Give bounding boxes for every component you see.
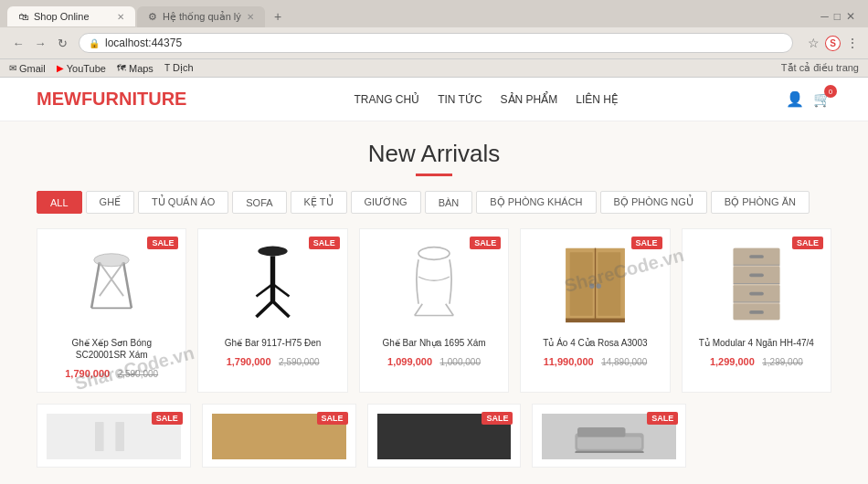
bookmark-translate-label: Dịch: [173, 62, 194, 74]
sale-badge-2: SALE: [309, 237, 340, 249]
svg-rect-35: [95, 422, 104, 451]
browser-minimize-btn[interactable]: ─: [820, 10, 829, 23]
page-content: MEWFURNITURE TRANG CHỦ TIN TỨC SẢN PHẨM …: [0, 78, 868, 484]
cart-icon[interactable]: 🛒 0: [813, 90, 831, 108]
bookmark-maps[interactable]: 🗺 Maps: [117, 63, 153, 74]
browser-close-btn[interactable]: ✕: [846, 10, 855, 23]
price-new-2: 1,790,000: [227, 356, 271, 367]
sale-badge-r2-4: SALE: [647, 412, 678, 425]
tab-favicon: 🛍: [18, 11, 28, 22]
url-text: localhost:44375: [105, 37, 182, 49]
svg-line-1: [91, 262, 100, 308]
nav-home[interactable]: TRANG CHỦ: [354, 93, 419, 106]
price-new-4: 11,990,000: [544, 356, 594, 367]
svg-rect-38: [126, 422, 133, 451]
site-logo: MEWFURNITURE: [37, 89, 186, 110]
svg-rect-34: [749, 310, 764, 314]
product-img-4: [530, 238, 660, 330]
site-header: MEWFURNITURE TRANG CHỦ TIN TỨC SẢN PHẨM …: [0, 78, 868, 121]
logo-mew: MEW: [37, 89, 81, 109]
svg-rect-33: [749, 292, 764, 296]
logo-furniture: FURNITURE: [81, 89, 187, 109]
filter-phong-an[interactable]: BỘ PHÒNG ĂN: [711, 191, 810, 214]
filter-tu-quan-ao[interactable]: TỦ QUẦN ÁO: [138, 191, 228, 214]
product-name-5: Tủ Modular 4 Ngăn HH-47/4: [692, 337, 821, 349]
title-underline: [416, 174, 452, 176]
product-card-4[interactable]: SALE Tủ Áo 4 Cửa Rosa A3003 11,990,000: [520, 228, 670, 393]
forward-btn[interactable]: →: [31, 34, 49, 52]
filter-phong-khach[interactable]: BỘ PHÒNG KHÁCH: [476, 191, 596, 214]
browser-chrome: 🛍 Shop Online ✕ ⚙ Hệ thống quản lý ✕ + ─…: [0, 0, 868, 78]
address-bar: ← → ↻ 🔒 localhost:44375 ☆ S ⋮: [0, 27, 868, 58]
bookmark-youtube-label: YouTube: [67, 63, 106, 74]
nav-products[interactable]: SẢN PHẨM: [501, 93, 558, 106]
svg-line-8: [257, 301, 273, 317]
tab-close-btn2[interactable]: ✕: [247, 12, 254, 22]
price-old-4: 14,890,000: [601, 357, 647, 367]
svg-line-10: [257, 284, 273, 297]
translate-icon: T: [164, 63, 170, 73]
product-img-2: [207, 238, 337, 330]
tab-label2: Hệ thống quản lý: [163, 11, 241, 23]
product-card-r2-1[interactable]: SALE: [37, 404, 191, 468]
filter-ghe[interactable]: GHẾ: [86, 191, 135, 214]
svg-point-20: [589, 284, 595, 289]
user-icon[interactable]: 👤: [786, 90, 804, 108]
bookmark-star-icon[interactable]: ☆: [808, 36, 820, 51]
product-img-1: [47, 238, 176, 330]
bookmark-maps-label: Maps: [129, 63, 153, 74]
product-card-r2-2[interactable]: SALE: [202, 404, 356, 468]
sale-badge-r2-3: SALE: [482, 412, 513, 425]
product-card-r2-3[interactable]: SALE: [367, 404, 522, 468]
url-input[interactable]: 🔒 localhost:44375: [79, 33, 793, 53]
product-card-r2-4[interactable]: SALE: [532, 404, 686, 468]
product-img-3: [369, 238, 499, 330]
price-new-5: 1,299,000: [710, 356, 755, 367]
svg-line-2: [123, 262, 132, 308]
reload-btn[interactable]: ↻: [53, 34, 71, 52]
bookmark-gmail[interactable]: ✉ Gmail: [9, 63, 46, 74]
filter-ban[interactable]: BÀN: [425, 191, 473, 214]
back-btn[interactable]: ←: [9, 34, 27, 52]
sale-badge-r2-2: SALE: [317, 412, 348, 425]
browser-maximize-btn[interactable]: □: [834, 10, 841, 23]
product-card-5[interactable]: SALE: [682, 228, 831, 393]
svg-rect-31: [749, 255, 764, 258]
product-card-2[interactable]: SALE Ghế Bar 9117-H75 Đen 1,790,000 2,59…: [197, 228, 347, 393]
product-card-1[interactable]: SALE Ghế Xếp Sơn Bóng SC20001SR Xám 1,79…: [37, 228, 186, 393]
tab-close-btn[interactable]: ✕: [117, 12, 124, 22]
tab-favicon2: ⚙: [148, 11, 157, 23]
tab-shop-online[interactable]: 🛍 Shop Online ✕: [7, 6, 135, 26]
nav-contact[interactable]: LIÊN HỆ: [576, 93, 619, 106]
nav-news[interactable]: TIN TỨC: [438, 93, 482, 106]
svg-rect-41: [577, 427, 626, 437]
new-tab-btn[interactable]: +: [267, 5, 289, 27]
svg-rect-37: [116, 422, 125, 451]
product-card-3[interactable]: SALE Ghế Bar Nhựa 1695 Xám 1,099,000: [359, 228, 509, 393]
nav-actions: 👤 🛒 0: [786, 90, 831, 108]
bookmark-bar: ✉ Gmail ▶ YouTube 🗺 Maps T Dịch Tắt cả đ…: [0, 58, 868, 77]
sale-badge-r2-1: SALE: [152, 412, 183, 425]
tab-management[interactable]: ⚙ Hệ thống quản lý ✕: [137, 6, 265, 27]
product-img-5: [692, 238, 821, 330]
bookmark-translate[interactable]: T Dịch: [164, 62, 194, 74]
product-price-1: 1,790,000 2,590,000: [47, 364, 176, 381]
youtube-icon: ▶: [57, 63, 64, 73]
svg-line-14: [446, 303, 454, 315]
bookmark-youtube[interactable]: ▶ YouTube: [57, 63, 106, 74]
price-old-5: 1,299,000: [762, 357, 803, 367]
product-price-5: 1,299,000 1,299,000: [692, 352, 821, 369]
filter-phong-ngu[interactable]: BỘ PHÒNG NGỦ: [600, 191, 707, 214]
browser-menu-btn[interactable]: ⋮: [846, 36, 859, 51]
svg-rect-18: [570, 252, 593, 315]
filter-ke-tu[interactable]: KỆ TỦ: [291, 191, 347, 214]
svg-point-21: [596, 284, 601, 289]
filter-sofa[interactable]: SOFA: [232, 191, 286, 214]
svg-rect-19: [598, 252, 620, 315]
price-new-3: 1,099,000: [387, 356, 432, 367]
filter-giuong[interactable]: GIƯỜNG: [351, 191, 421, 214]
maps-icon: 🗺: [117, 63, 126, 73]
filter-all[interactable]: ALL: [37, 191, 82, 214]
sale-badge-4: SALE: [631, 237, 662, 249]
cart-badge: 0: [824, 85, 837, 98]
